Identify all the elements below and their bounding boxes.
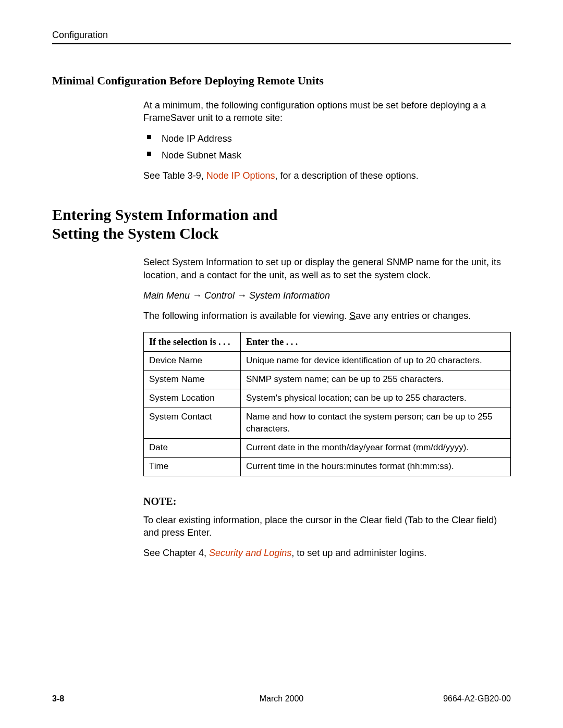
list-item: Node IP Address: [143, 132, 511, 145]
title-line2: Setting the System Clock: [52, 225, 218, 242]
table-row: System Contact Name and how to contact t…: [144, 408, 511, 438]
table-header-row: If the selection is . . . Enter the . . …: [144, 332, 511, 351]
text: ave any entries or changes.: [356, 311, 471, 321]
page-footer: 3-8 March 2000 9664-A2-GB20-00: [52, 693, 511, 705]
section2-p1: Select System Information to set up or d…: [143, 256, 511, 281]
table-cell: Unique name for device identification of…: [241, 351, 511, 370]
table-cell: Time: [144, 457, 241, 476]
table-cell: SNMP system name; can be up to 255 chara…: [241, 370, 511, 389]
table-cell: System Location: [144, 389, 241, 408]
section2-body: Select System Information to set up or d…: [143, 256, 511, 559]
section2-title: Entering System Information and Setting …: [52, 205, 511, 243]
text: The following information is available f…: [143, 311, 349, 321]
table-cell: System's physical location; can be up to…: [241, 389, 511, 408]
note-heading: NOTE:: [143, 495, 511, 509]
table-cell: Date: [144, 438, 241, 457]
table-header-enter: Enter the . . .: [241, 332, 511, 351]
nav-path: Main Menu → Control → System Information: [143, 289, 511, 302]
mnemonic-s: S: [349, 311, 356, 321]
section1-intro: At a minimum, the following configuratio…: [143, 99, 511, 125]
table-row: Date Current date in the month/day/year …: [144, 438, 511, 457]
list-item: Node Subnet Mask: [143, 149, 511, 162]
table-cell: Name and how to contact the system perso…: [241, 408, 511, 438]
table-cell: Current time in the hours:minutes format…: [241, 457, 511, 476]
section1-body: At a minimum, the following configuratio…: [143, 99, 511, 182]
system-info-table: If the selection is . . . Enter the . . …: [143, 332, 511, 476]
table-cell: Device Name: [144, 351, 241, 370]
footer-date: March 2000: [205, 693, 358, 705]
link-security-and-logins[interactable]: Security and Logins: [209, 548, 291, 558]
section2-p2: The following information is available f…: [143, 310, 511, 322]
header-rule: Configuration: [52, 29, 511, 44]
header-section: Configuration: [52, 30, 108, 40]
note-body: To clear existing information, place the…: [143, 514, 511, 539]
title-line1: Entering System Information and: [52, 206, 278, 223]
section1-bullet-list: Node IP Address Node Subnet Mask: [143, 132, 511, 162]
page: Configuration Minimal Configuration Befo…: [0, 0, 563, 728]
table-cell: System Name: [144, 370, 241, 389]
page-number: 3-8: [52, 693, 205, 705]
section2-see2: See Chapter 4, Security and Logins, to s…: [143, 547, 511, 559]
text: , for a description of these options.: [275, 170, 419, 181]
table-row: Device Name Unique name for device ident…: [144, 351, 511, 370]
table-row: System Location System's physical locati…: [144, 389, 511, 408]
text: , to set up and administer logins.: [291, 548, 426, 558]
table-row: System Name SNMP system name; can be up …: [144, 370, 511, 389]
footer-doc-id: 9664-A2-GB20-00: [358, 693, 511, 705]
text: See Table 3-9,: [143, 170, 206, 181]
section1-title: Minimal Configuration Before Deploying R…: [52, 73, 511, 89]
section1-see: See Table 3-9, Node IP Options, for a de…: [143, 169, 511, 182]
table-cell: Current date in the month/day/year forma…: [241, 438, 511, 457]
link-node-ip-options[interactable]: Node IP Options: [206, 170, 275, 181]
table-row: Time Current time in the hours:minutes f…: [144, 457, 511, 476]
text: See Chapter 4,: [143, 548, 209, 558]
table-header-selection: If the selection is . . .: [144, 332, 241, 351]
table-cell: System Contact: [144, 408, 241, 438]
